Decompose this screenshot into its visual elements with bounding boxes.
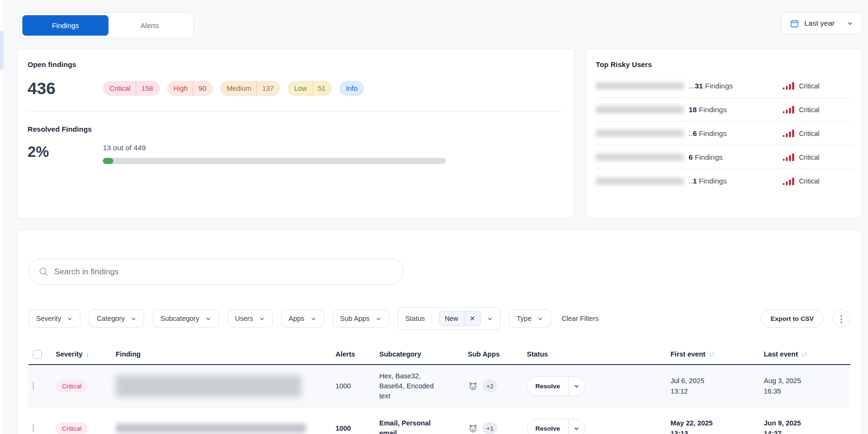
status-chip-label: New [439,315,464,322]
badge-divider [256,81,257,96]
filter-severity[interactable]: Severity [29,309,80,328]
clear-filters-link[interactable]: Clear Filters [562,315,599,322]
findings-count: 18 [689,106,697,114]
calendar-icon [790,19,799,28]
card-section-divider [28,111,563,112]
col-subcategory-label: Subcategory [379,350,421,358]
badge-critical[interactable]: Critical 158 [103,81,160,96]
col-last-event[interactable]: Last event ↓↑ [758,350,851,358]
findings-unit: Findings [697,129,727,137]
col-finding-label: Finding [116,350,140,358]
first-event-date: May 22, 2025 [671,418,758,428]
row-checkbox[interactable] [33,382,34,390]
col-status: Status [521,350,664,358]
findings-count: 6 [693,129,697,137]
filter-users-label: Users [235,315,253,322]
redacted-username [596,130,684,137]
findings-table-card: Severity Category Subcategory Users Apps… [17,230,862,434]
badge-medium-count: 137 [262,85,274,92]
col-first-event[interactable]: First event ↓↑ [664,350,758,358]
badge-info[interactable]: Info [339,81,364,96]
export-csv-button[interactable]: Export to CSV [760,309,824,328]
redacted-finding-title[interactable] [116,375,301,397]
first-event-time: 13:13 [671,428,758,434]
findings-unit: Findings [703,82,733,90]
collapsed-sidebar [0,0,4,434]
risky-user-row[interactable]: 18 Findings Critical [596,98,852,122]
redacted-finding-title[interactable] [116,424,306,433]
bot-app-icon [468,423,478,434]
badge-divider [312,81,313,96]
col-alerts-label: Alerts [335,350,355,358]
filter-subcategory-label: Subcategory [160,315,199,322]
tab-findings[interactable]: Findings [22,15,108,36]
redacted-username [596,82,684,89]
filter-subcategory[interactable]: Subcategory [153,309,218,328]
findings-count: 6 [689,153,693,161]
severity-badges: Critical 158 High 90 Medium 137 [103,81,364,96]
risk-level-label: Critical [799,154,819,161]
filter-apps[interactable]: Apps [281,309,324,328]
badge-low-count: 51 [318,85,326,92]
resolved-progress-fill [103,158,113,164]
risk-level-label: Critical [799,106,819,114]
filter-type[interactable]: Type [509,309,551,328]
more-apps-badge[interactable]: +1 [483,422,497,434]
badge-medium[interactable]: Medium 137 [220,81,280,96]
redacted-username [596,106,684,113]
open-findings-total: 436 [28,79,103,98]
findings-table: Severity ↓ Finding Alerts Subcategory Su… [29,344,850,434]
col-sub-apps-label: Sub Apps [468,350,500,358]
sort-desc-icon: ↓ [86,350,89,358]
resolved-percent: 2% [28,144,103,161]
more-actions-button[interactable]: ⋮ [832,309,850,328]
findings-summary-card: Open findings 436 Critical 158 High 90 [17,48,574,219]
risky-user-row[interactable]: ..6 Findings Critical [596,122,852,145]
alerts-count: 1000 [329,382,373,390]
more-apps-badge[interactable]: +2 [483,380,497,392]
sort-icon: ↓↑ [801,350,807,358]
resolved-findings-title: Resolved Findings [28,125,563,133]
filter-divider [432,313,432,324]
finding-row[interactable]: Critical 1000 Hex, Base32, Base64, Encod… [29,365,850,407]
resolve-dropdown-toggle[interactable] [568,419,585,434]
filter-category[interactable]: Category [89,309,144,328]
findings-unit: Findings [697,177,727,185]
resolve-button[interactable]: Resolve [527,419,568,434]
row-checkbox[interactable] [33,424,34,433]
filter-users[interactable]: Users [227,309,273,328]
badge-low[interactable]: Low 51 [287,81,332,96]
filter-sub-apps[interactable]: Sub Apps [333,309,389,328]
badge-divider [136,81,136,96]
risky-user-row[interactable]: ..1 Findings Critical [596,169,852,193]
sidebar-active-indicator[interactable] [0,31,3,70]
resolve-button[interactable]: Resolve [527,377,568,395]
filter-category-label: Category [97,315,125,322]
badge-high[interactable]: High 90 [167,81,213,96]
filter-status[interactable]: Status New ✕ [398,307,501,330]
col-severity[interactable]: Severity ↓ [49,350,109,358]
tab-alerts[interactable]: Alerts [108,15,191,36]
resolve-dropdown-toggle[interactable] [568,377,585,395]
chevron-down-icon [67,316,73,322]
name-ellipsis: ... [689,82,695,90]
risk-signal-icon [783,153,794,161]
last-event-time: 14:27 [764,428,851,434]
finding-row[interactable]: Critical 1000 Email, Personal email +1 R… [29,407,850,434]
chip-close-icon[interactable]: ✕ [464,311,481,326]
risky-user-row[interactable]: 6 Findings Critical [596,145,852,169]
search-box [29,259,404,285]
risk-level-label: Critical [799,130,819,137]
date-range-select[interactable]: Last year [781,12,862,34]
risk-signal-icon [783,129,794,137]
top-risky-users-card: Top Risky Users ...31 Findings Critical … [586,48,862,219]
col-first-event-label: First event [671,350,705,358]
last-event-date: Jun 9, 2025 [764,418,851,428]
filter-severity-label: Severity [36,315,61,322]
risky-users-list: ...31 Findings Critical 18 Findings Crit… [596,74,852,193]
select-all-checkbox[interactable] [33,350,42,359]
resolved-progress-track [103,158,446,164]
search-input[interactable] [54,267,394,277]
col-sub-apps: Sub Apps [462,350,521,358]
risky-user-row[interactable]: ...31 Findings Critical [596,74,852,98]
